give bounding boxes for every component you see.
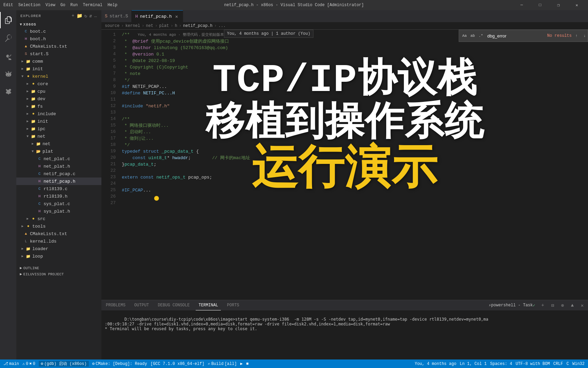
- breadcrumb-plat[interactable]: plat: [159, 24, 169, 28]
- menu-edit[interactable]: Edit: [3, 3, 13, 7]
- sidebar-item-kernel-lds[interactable]: L kernel.lds: [16, 237, 101, 245]
- match-case-button[interactable]: Aa: [461, 32, 468, 40]
- git-branch-status[interactable]: ⎇ main: [3, 361, 19, 366]
- project-section[interactable]: ▼ X86OS: [16, 21, 101, 28]
- status-spaces[interactable]: Spaces: 4: [490, 362, 512, 366]
- breadcrumb-more[interactable]: ...: [218, 24, 226, 28]
- menu-terminal[interactable]: Terminal: [83, 3, 102, 7]
- more-icon[interactable]: …: [94, 13, 97, 19]
- regex-button[interactable]: .*: [477, 32, 485, 40]
- sidebar-item-boot-c[interactable]: C boot.c: [16, 28, 101, 35]
- sidebar-item-cpu[interactable]: ► 📁 cpu: [16, 88, 101, 95]
- sidebar-item-boot-h[interactable]: H boot.h: [16, 35, 101, 43]
- sidebar-item-dev[interactable]: ► 📁 dev: [16, 95, 101, 103]
- sidebar-item-cmakelists[interactable]: ▲ CMakeLists.txt: [16, 43, 101, 50]
- search-navigation[interactable]: ↑ ↓ ≡: [573, 32, 588, 40]
- sidebar-item-include[interactable]: ► ● include: [16, 110, 101, 118]
- sidebar-item-net-plat-c[interactable]: C net_plat.c: [16, 155, 101, 163]
- minimize-button[interactable]: —: [514, 0, 529, 10]
- breadcrumb-net[interactable]: net: [146, 24, 153, 28]
- status-run[interactable]: ▶: [240, 361, 243, 366]
- sidebar-item-fs[interactable]: ► 📁 fs: [16, 103, 101, 110]
- sidebar-item-rtl8139-h[interactable]: H rtl8139.h: [16, 193, 101, 200]
- sidebar-item-net-outer[interactable]: ▼ 📁 net: [16, 133, 101, 140]
- tab-netif-pcap-h[interactable]: H netif_pcap.h ✕: [132, 10, 183, 22]
- refresh-icon[interactable]: ↻: [84, 13, 87, 19]
- breadcrumb-kernel[interactable]: kernel: [125, 24, 140, 28]
- status-cmake[interactable]: ⚙ CMake: [Debug]: Ready: [92, 361, 147, 366]
- restore-button[interactable]: □: [532, 0, 548, 10]
- sidebar-item-tools[interactable]: ► ● tools: [16, 223, 101, 230]
- sidebar-item-core[interactable]: ► ● core: [16, 80, 101, 88]
- status-build[interactable]: ✍ Build [all]: [208, 361, 237, 366]
- status-position[interactable]: Ln 1, Col 1: [460, 362, 487, 366]
- sidebar-item-comm[interactable]: ► 📁 comm: [16, 58, 101, 65]
- sidebar-item-net-plat-h[interactable]: H net_plat.h: [16, 163, 101, 170]
- terminal-content[interactable]: D:\tongban\course\diy-tcpip\code\x86os\i…: [101, 310, 588, 359]
- activity-source-control[interactable]: [0, 48, 16, 64]
- sidebar-item-ipc[interactable]: ► 📁 ipc: [16, 125, 101, 133]
- outline-section[interactable]: ► OUTLINE: [16, 265, 101, 271]
- sidebar-item-loader[interactable]: ► 📁 loader: [16, 245, 101, 252]
- sidebar-item-src[interactable]: ► ● src: [16, 215, 101, 223]
- new-terminal-button[interactable]: +: [539, 301, 547, 309]
- close-button[interactable]: ✕: [569, 0, 585, 10]
- maximize-panel-button[interactable]: ▲: [568, 301, 576, 309]
- status-encoding[interactable]: UTF-8 with BOM: [516, 362, 550, 366]
- panel-tab-debug[interactable]: DEBUG CONSOLE: [155, 300, 193, 310]
- status-git-time[interactable]: You, 4 months ago: [415, 362, 456, 366]
- search-input[interactable]: [486, 33, 546, 39]
- status-stop[interactable]: ■: [246, 362, 248, 366]
- sidebar-item-sys-plat-c[interactable]: C sys_plat.c: [16, 200, 101, 208]
- status-warnings[interactable]: ⚠ 0 ✖ 0: [22, 361, 35, 366]
- breadcrumb-source[interactable]: source: [105, 24, 119, 28]
- new-folder-icon[interactable]: 📁: [77, 13, 83, 19]
- status-platform[interactable]: Win32: [572, 362, 585, 366]
- maximize-button[interactable]: ❐: [551, 0, 566, 10]
- close-panel-button[interactable]: ✕: [578, 301, 586, 309]
- kill-terminal-button[interactable]: ⊗: [558, 301, 567, 309]
- menu-selection[interactable]: Selection: [18, 3, 40, 7]
- sidebar-item-loop[interactable]: ► 📁 loop: [16, 252, 101, 260]
- panel-tab-output[interactable]: OUTPUT: [132, 300, 152, 310]
- sidebar-item-init-top[interactable]: ► 📁 init: [16, 65, 101, 73]
- activity-explorer[interactable]: [0, 12, 16, 28]
- breadcrumb-file[interactable]: netif_pcap.h: [183, 24, 212, 28]
- search-prev-button[interactable]: ↑: [573, 32, 580, 40]
- menu-run[interactable]: Run: [70, 3, 78, 7]
- status-language[interactable]: C: [567, 362, 569, 366]
- sidebar-item-cmakelists2[interactable]: ▲ CMakeLists.txt: [16, 230, 101, 237]
- sidebar-item-init2[interactable]: ► 📁 init: [16, 118, 101, 125]
- sidebar-item-net-inner[interactable]: ► 📁 net: [16, 140, 101, 148]
- status-debug[interactable]: ⚙ (gdb) 启动 (x86os): [39, 361, 89, 367]
- panel-tab-ports[interactable]: PORTS: [224, 300, 242, 310]
- panel-tab-problems[interactable]: PROBLEMS: [103, 300, 128, 310]
- activity-search[interactable]: [0, 30, 16, 46]
- search-next-button[interactable]: ↓: [581, 32, 588, 40]
- sidebar-item-sys-plat-h[interactable]: H sys_plat.h: [16, 208, 101, 215]
- sidebar-item-rtl8139-c[interactable]: C rtl8139.c: [16, 185, 101, 193]
- menu-go[interactable]: Go: [60, 3, 65, 7]
- menu-bar[interactable]: Edit Selection View Go Run Terminal Help: [3, 3, 117, 7]
- sidebar-item-start-s[interactable]: S start.S: [16, 50, 101, 58]
- tab-start-s[interactable]: S start.S: [101, 10, 132, 22]
- new-file-icon[interactable]: +: [71, 13, 75, 19]
- collapse-icon[interactable]: ⇵: [89, 13, 92, 19]
- eiluvision-section[interactable]: ► EILUVISION PROJECT: [16, 271, 101, 277]
- status-line-ending[interactable]: CRLF: [553, 362, 563, 366]
- breadcrumb-h[interactable]: h: [175, 24, 177, 28]
- sidebar-toolbar[interactable]: + 📁 ↻ ⇵ …: [71, 13, 97, 19]
- sidebar-item-kernel[interactable]: ▼ ● kernel: [16, 73, 101, 80]
- sidebar-item-netif-pcap-h[interactable]: H netif_pcap.h: [16, 178, 101, 185]
- split-terminal-button[interactable]: ⊟: [549, 301, 557, 309]
- search-options[interactable]: Aa ab .*: [461, 32, 485, 40]
- tab-close-icon[interactable]: ✕: [174, 14, 179, 19]
- code-content[interactable]: /** You, 4 months ago · 整理代码，提交初始版本 ... …: [118, 30, 588, 300]
- activity-debug[interactable]: [0, 66, 16, 82]
- panel-tab-terminal[interactable]: TERMINAL: [196, 300, 221, 310]
- menu-view[interactable]: View: [46, 3, 55, 7]
- sidebar-item-netif-pcap-c[interactable]: C netif_pcap.c: [16, 170, 101, 178]
- activity-extensions[interactable]: [0, 84, 16, 101]
- menu-help[interactable]: Help: [108, 3, 117, 7]
- sidebar-item-plat[interactable]: ▼ 📂 plat: [16, 148, 101, 155]
